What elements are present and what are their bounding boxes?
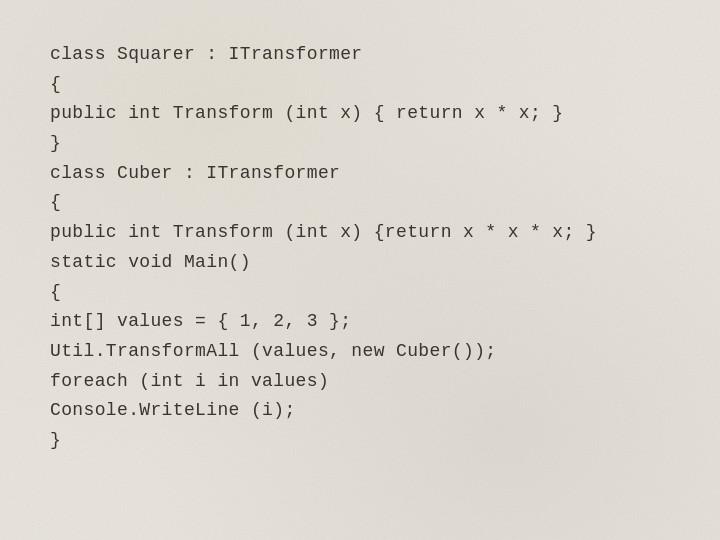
code-line: } [50, 426, 597, 456]
code-line: { [50, 70, 597, 100]
code-line: Util.TransformAll (values, new Cuber()); [50, 337, 597, 367]
code-display: class Squarer : ITransformer{public int … [50, 40, 597, 456]
code-line: class Squarer : ITransformer [50, 40, 597, 70]
code-line: } [50, 129, 597, 159]
code-line: foreach (int i in values) [50, 367, 597, 397]
code-line: { [50, 188, 597, 218]
code-line: { [50, 278, 597, 308]
code-line: public int Transform (int x) { return x … [50, 99, 597, 129]
code-line: Console.WriteLine (i); [50, 396, 597, 426]
code-line: class Cuber : ITransformer [50, 159, 597, 189]
code-line: static void Main() [50, 248, 597, 278]
code-line: public int Transform (int x) {return x *… [50, 218, 597, 248]
code-line: int[] values = { 1, 2, 3 }; [50, 307, 597, 337]
